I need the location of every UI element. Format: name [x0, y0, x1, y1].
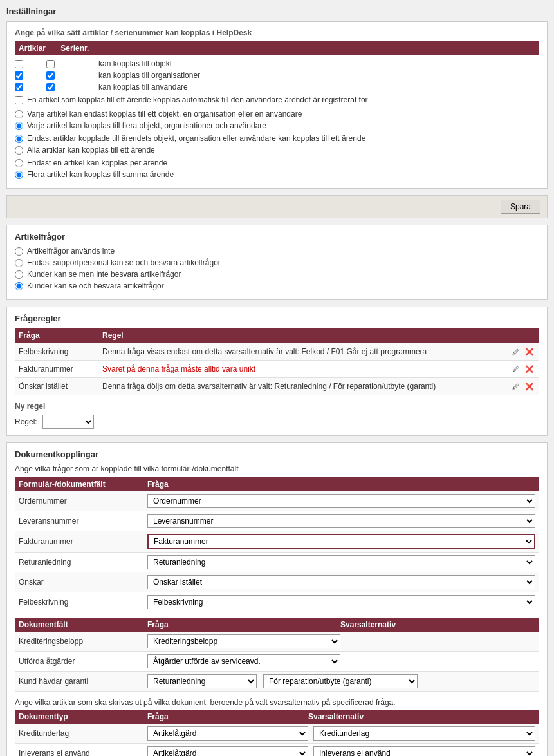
table-row: Returanledning Returanledning [15, 553, 539, 572]
radio-label-1: Varje artikel kan endast kopplas till et… [27, 109, 302, 118]
serienr-objekt-checkbox[interactable] [46, 60, 55, 68]
af-radio-input-3[interactable] [15, 270, 23, 279]
radio-group-3: Endast en artikel kan kopplas per ärende… [15, 158, 539, 179]
regel-3: Denna fråga döljs om detta svarsalternat… [102, 382, 497, 391]
edit-icon-1[interactable]: 🖉 [510, 346, 521, 357]
org-label: kan kopplas till organisationer [98, 71, 200, 80]
af-label-4: Kunder kan se och besvara artikelfrågor [27, 281, 164, 290]
df-fraga-utforda-select[interactable]: Åtgärder utförde av serviceavd. [147, 654, 340, 668]
dt-fraga-kredit-select[interactable]: Artikelåtgärd [147, 726, 308, 741]
artiklar-objekt-checkbox[interactable] [15, 60, 23, 68]
dt-kreditunderlag: Kreditunderlag [19, 729, 147, 738]
table-row: Felbeskrivning Denna fråga visas endast … [15, 343, 539, 361]
regel-label: Regel: [15, 417, 37, 426]
formular-leveransnummer: Leveransnummer [19, 516, 147, 525]
dt-svarsalt-kredit-select[interactable]: Kreditunderlag [313, 726, 535, 741]
radio-label-5: Endast en artikel kan kopplas per ärende [27, 158, 167, 167]
artiklar-anv-checkbox[interactable] [15, 83, 23, 91]
frageregler-title: Frågeregler [15, 314, 539, 323]
doc-subtitle: Ange vilka artiklar som ska skrivas ut p… [15, 698, 539, 707]
af-radio-input-4[interactable] [15, 282, 23, 290]
frageregler-header: Fråga Regel [15, 328, 539, 343]
table-row: Önskar Önskar istället [15, 572, 539, 592]
dokument-table-3: Dokumenttyp Fråga Svarsalternativ Kredit… [15, 710, 539, 756]
radio-label-6: Flera artikel kan kopplas till samma äre… [27, 170, 174, 179]
af-label-2: Endast supportpersonal kan se och besvar… [27, 258, 221, 267]
dt-svarsalt-inlev-select[interactable]: Inleverans ej använd [313, 746, 535, 756]
df-svarsalt-garanti-select[interactable]: För reparation/utbyte (garanti) [263, 674, 418, 688]
artiklar-section-title: Ange på vilka sätt artiklar / serienumme… [15, 28, 539, 37]
edit-icon-3[interactable]: 🖉 [510, 381, 521, 392]
radio-group-2: Endast artiklar kopplade till ärendets o… [15, 134, 539, 155]
formular-onskar: Önskar [19, 578, 147, 587]
radio-koppling-2[interactable] [15, 122, 23, 130]
fraga-felbeskrivning-select[interactable]: Felbeskrivning [147, 595, 535, 609]
radio-arende-3[interactable] [15, 135, 23, 143]
dokumentkopplingar-block: Dokumentkopplingar Ange vilka frågor som… [6, 442, 548, 756]
radio-antal-6[interactable] [15, 171, 23, 179]
auto-link-row: En artikel som kopplas till ett ärende k… [15, 95, 539, 104]
af-radio-3: Kunder kan se men inte besvara artikelfr… [15, 270, 539, 279]
radio-koppling-1[interactable] [15, 110, 23, 118]
page-container: Inställningar Ange på vilka sätt artikla… [0, 0, 554, 756]
df-garanti: Kund hävdar garanti [19, 677, 147, 686]
dokument-table-2: Dokumentfält Fråga Svarsalternativ Kredi… [15, 618, 539, 692]
fraga-2: Fakturanummer [19, 364, 102, 373]
radio-label-2: Varje artikel kan kopplas till flera obj… [27, 121, 266, 130]
col-svarsalt: Svarsalternativ [340, 620, 535, 629]
af-radio-input-1[interactable] [15, 247, 23, 256]
fraga-ordernummer-select[interactable]: Ordernummer [147, 494, 535, 508]
save-button-1[interactable]: Spara [501, 200, 540, 214]
df-kreditering: Krediteringsbelopp [19, 637, 147, 646]
action-icons-2: 🖉 ❌ [497, 363, 535, 375]
objekt-label: kan kopplas till objekt [98, 59, 172, 68]
frageregler-block: Frågeregler Fråga Regel Felbeskrivning D… [6, 307, 548, 436]
table-row: Krediteringsbelopp Krediteringsbelopp [15, 632, 539, 652]
serienr-anv-checkbox[interactable] [46, 83, 55, 91]
action-icons-1: 🖉 ❌ [497, 346, 535, 357]
frageregler-table: Fråga Regel Felbeskrivning Denna fråga v… [15, 328, 539, 395]
checkbox-row-organisationer: kan kopplas till organisationer [15, 71, 539, 80]
table-row: Utförda åtgärder Åtgärder utförde av ser… [15, 652, 539, 672]
df-utforda: Utförda åtgärder [19, 657, 147, 666]
radio-group-1: Varje artikel kan endast kopplas till et… [15, 109, 539, 130]
fraga-returanledning-select[interactable]: Returanledning [147, 555, 535, 569]
fraga-leveransnummer-select[interactable]: Leveransnummer [147, 514, 535, 528]
radio-arende-4[interactable] [15, 146, 23, 155]
artiklar-org-checkbox[interactable] [15, 71, 23, 80]
table-row: Kund hävdar garanti Returanledning För r… [15, 672, 539, 692]
page-title: Inställningar [6, 6, 548, 16]
save-bar-1: Spara [6, 195, 548, 218]
dt-fraga-inlev-select[interactable]: Artikelåtgärd [147, 746, 308, 756]
formular-fakturanummer: Fakturanummer [19, 537, 147, 546]
col-regel-header: Regel [102, 331, 497, 340]
fraga-fakturanummer-select[interactable]: Fakturanummer [147, 534, 535, 549]
table-row: Önskar istället Denna fråga döljs om det… [15, 378, 539, 395]
delete-icon-3[interactable]: ❌ [524, 381, 535, 392]
edit-icon-2[interactable]: 🖉 [510, 363, 521, 375]
df-fraga-kreditering-select[interactable]: Krediteringsbelopp [147, 634, 340, 648]
radio-row-3: Endast artiklar kopplade till ärendets o… [15, 134, 539, 143]
artikelfragor-block: Artikelfrågor Artikelfrågor används inte… [6, 225, 548, 300]
dokument-table-1: Formulär-/dokumentfält Fråga Ordernummer… [15, 477, 539, 612]
delete-icon-2[interactable]: ❌ [524, 363, 535, 375]
table-row: Fakturanummer Fakturanummer [15, 531, 539, 553]
radio-antal-5[interactable] [15, 159, 23, 167]
auto-link-checkbox[interactable] [15, 96, 23, 104]
serienr-org-checkbox[interactable] [46, 71, 55, 80]
table-row: Felbeskrivning Felbeskrivning [15, 592, 539, 612]
dokument-title: Dokumentkopplingar [15, 449, 539, 459]
radio-row-6: Flera artikel kan kopplas till samma äre… [15, 170, 539, 179]
artiklar-block: Ange på vilka sätt artiklar / serienumme… [6, 21, 548, 189]
regel-select[interactable]: Option 1 Option 2 [42, 415, 94, 429]
fraga-1: Felbeskrivning [19, 347, 102, 356]
col-fraga-h: Fråga [147, 480, 535, 489]
regel-2: Svaret på denna fråga måste alltid vara … [102, 364, 497, 373]
af-radio-4: Kunder kan se och besvara artikelfrågor [15, 281, 539, 290]
fraga-onskar-select[interactable]: Önskar istället [147, 575, 535, 589]
auto-link-label: En artikel som kopplas till ett ärende k… [27, 95, 368, 104]
af-radio-input-2[interactable] [15, 259, 23, 267]
delete-icon-1[interactable]: ❌ [524, 346, 535, 357]
action-icons-3: 🖉 ❌ [497, 381, 535, 392]
df-fraga-garanti-select[interactable]: Returanledning [147, 674, 257, 688]
